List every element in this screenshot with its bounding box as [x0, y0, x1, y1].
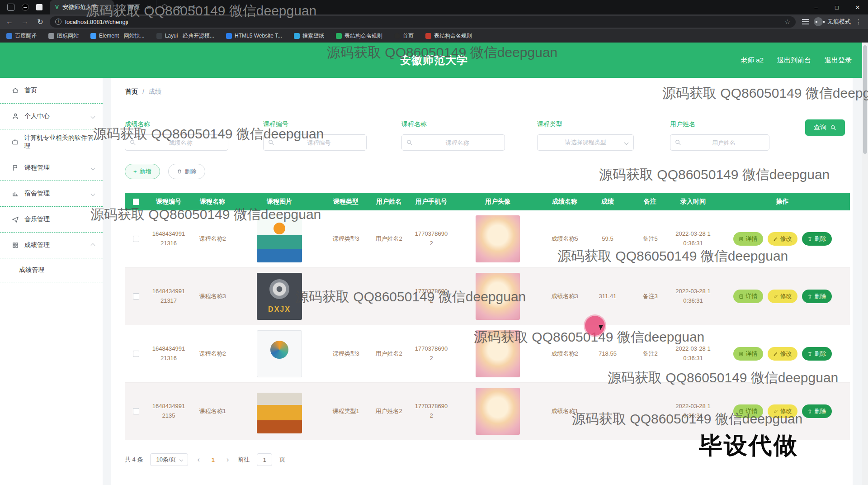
bookmark-item[interactable]: 表结构命名规则: [336, 32, 382, 40]
row-checkbox[interactable]: [133, 293, 139, 300]
bookmark-favicon: [425, 33, 431, 39]
remove-button[interactable]: 删除: [802, 347, 832, 361]
user-avatar[interactable]: [476, 330, 520, 377]
reload-button[interactable]: ↻: [34, 16, 46, 28]
address-bar[interactable]: i localhost:8081/#/chengji ☆: [50, 16, 796, 28]
row-checkbox[interactable]: [133, 351, 139, 357]
user-avatar[interactable]: [476, 273, 520, 320]
breadcrumb-home[interactable]: 首页: [125, 88, 138, 96]
column-header: 操作: [715, 193, 850, 210]
window-minimize-button[interactable]: –: [806, 0, 826, 14]
page-scrollbar[interactable]: [862, 43, 868, 485]
remove-button[interactable]: 删除: [802, 404, 832, 418]
forward-button[interactable]: →: [19, 16, 31, 28]
grid-icon: [12, 242, 19, 249]
exit-to-front-link[interactable]: 退出到前台: [777, 56, 811, 65]
user-name-input[interactable]: [670, 134, 769, 151]
prev-page-button[interactable]: ‹: [195, 456, 201, 464]
add-button[interactable]: + 新增: [125, 164, 160, 179]
remove-button[interactable]: 删除: [802, 290, 832, 303]
page-number-1[interactable]: 1: [209, 456, 217, 463]
bookmark-item[interactable]: Layui - 经典开源模...: [156, 32, 214, 40]
edit-button[interactable]: 修改: [768, 232, 797, 246]
window-maximize-button[interactable]: □: [826, 0, 847, 14]
bookmark-item[interactable]: 搜索壁纸: [294, 32, 324, 40]
pinned-tab-icon-2[interactable]: [36, 4, 42, 10]
bookmark-item[interactable]: 首页: [394, 32, 414, 40]
bookmark-item[interactable]: 图标网站: [48, 32, 79, 40]
sidebar-item-dorm[interactable]: 宿舍管理: [0, 181, 103, 207]
course-type-select[interactable]: 请选择课程类型: [537, 134, 634, 151]
detail-button[interactable]: 详情: [733, 290, 763, 303]
sidebar-item-music[interactable]: 音乐管理: [0, 207, 103, 233]
course-name-input[interactable]: [401, 134, 505, 151]
goto-label: 前往: [238, 456, 250, 464]
course-name: 课程名称3: [190, 268, 235, 325]
detail-button[interactable]: 详情: [733, 404, 763, 418]
select-all-checkbox[interactable]: [133, 199, 139, 205]
user-phone: 17703786902: [414, 402, 449, 421]
remove-button[interactable]: 删除: [802, 232, 832, 246]
sidebar-item-courses[interactable]: 课程管理: [0, 155, 103, 181]
pinned-tab-icon[interactable]: [7, 4, 14, 11]
course-image[interactable]: [257, 393, 302, 433]
sidebar-item-profile[interactable]: 个人中心: [0, 104, 103, 129]
user-avatar[interactable]: [476, 388, 520, 435]
sidebar-subitem-grade-management[interactable]: 成绩管理: [0, 258, 103, 282]
next-page-button[interactable]: ›: [225, 456, 231, 464]
user-avatar[interactable]: [476, 215, 520, 262]
user-icon: [12, 113, 19, 120]
sidebar-item-home[interactable]: 首页: [0, 78, 103, 104]
detail-button[interactable]: 详情: [733, 232, 763, 246]
back-button[interactable]: ←: [4, 16, 15, 28]
score-value: 718.55: [586, 325, 629, 382]
remark: [629, 383, 671, 440]
bookmark-item[interactable]: Element - 网站快...: [90, 32, 145, 40]
field-label: 课程名称: [401, 120, 505, 128]
page-info-icon[interactable]: i: [55, 19, 61, 25]
bookmarks-bar: 百度翻译 图标网站 Element - 网站快... Layui - 经典开源模…: [0, 29, 868, 43]
edit-button[interactable]: 修改: [768, 290, 797, 303]
detail-button[interactable]: 详情: [733, 347, 763, 361]
chevron-up-icon: [91, 243, 95, 247]
incognito-avatar[interactable]: [814, 17, 823, 26]
course-type: 课程类型3: [324, 325, 368, 382]
tab-close-icon[interactable]: ✕: [104, 4, 109, 11]
browser-menu-icon[interactable]: ⋮: [855, 18, 862, 25]
query-button[interactable]: 查询: [805, 119, 845, 136]
extension-icon[interactable]: [802, 19, 809, 24]
tab-close-icon[interactable]: ✕: [146, 4, 151, 11]
current-user-label: 老师 a2: [741, 56, 764, 65]
edit-button[interactable]: 修改: [768, 404, 797, 418]
row-checkbox[interactable]: [133, 236, 139, 242]
remove-button-label: 删除: [815, 292, 826, 300]
course-image[interactable]: [257, 215, 302, 262]
sidebar-item-software[interactable]: 计算机专业相关的软件管理: [0, 129, 103, 155]
bookmark-star-icon[interactable]: ☆: [784, 18, 790, 25]
course-no-input[interactable]: [263, 134, 367, 151]
browser-tab-3[interactable]: ✕: [156, 0, 187, 14]
incognito-pinned-icon[interactable]: [22, 4, 29, 11]
goto-page-input[interactable]: [257, 453, 272, 466]
browser-tab-active[interactable]: V 安徽师范大学 ✕: [50, 0, 114, 14]
address-url[interactable]: localhost:8081/#/chengji: [65, 19, 128, 25]
logout-link[interactable]: 退出登录: [825, 56, 852, 65]
tab-close-icon[interactable]: ✕: [177, 4, 182, 11]
course-image[interactable]: [257, 330, 302, 377]
edit-button[interactable]: 修改: [768, 347, 797, 361]
page-size-select[interactable]: 10条/页: [150, 453, 188, 466]
browser-tab-2[interactable]: 首页 ✕: [114, 0, 156, 14]
sidebar-item-grades[interactable]: 成绩管理: [0, 233, 103, 258]
delete-button[interactable]: 删除: [168, 164, 205, 179]
remark: 备注2: [629, 325, 671, 382]
row-checkbox[interactable]: [133, 408, 139, 414]
new-tab-button[interactable]: +: [192, 3, 197, 12]
column-header: 用户姓名: [368, 193, 410, 210]
bookmark-item[interactable]: 百度翻译: [6, 32, 37, 40]
score-name-input[interactable]: [125, 134, 228, 151]
scrollbar-thumb[interactable]: [863, 45, 867, 154]
course-image[interactable]: DXJX: [257, 273, 302, 320]
bookmark-item[interactable]: 表结构命名规则: [425, 32, 472, 40]
window-close-button[interactable]: ✕: [847, 0, 868, 14]
bookmark-item[interactable]: HTML5 Website T...: [226, 33, 282, 39]
